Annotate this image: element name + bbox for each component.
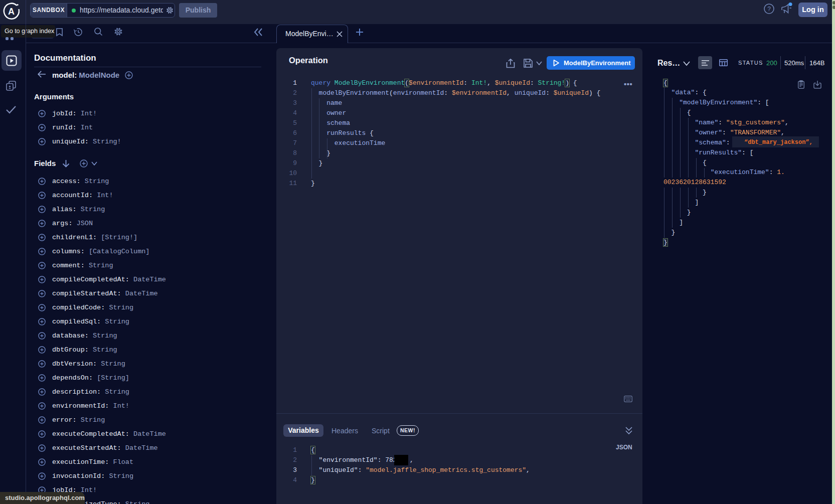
svg-text:?: ? bbox=[767, 6, 771, 13]
svg-text:A: A bbox=[8, 7, 15, 17]
